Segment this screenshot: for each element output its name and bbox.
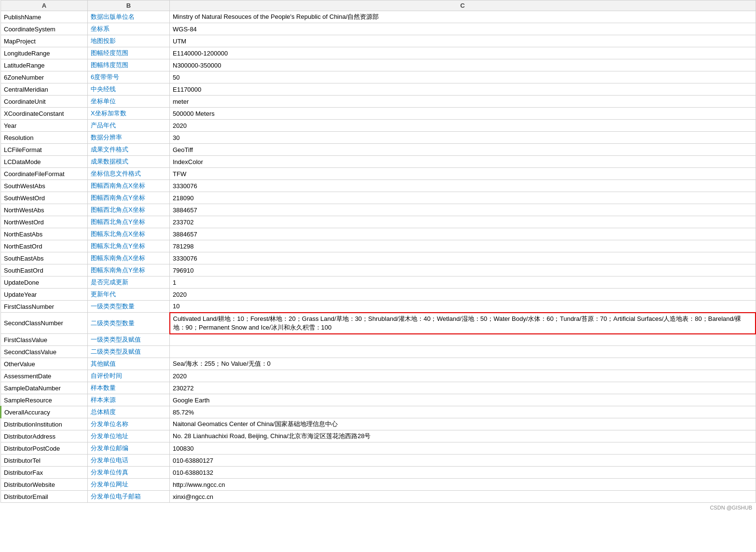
cell-chinese-label: 图幅东北角点X坐标: [88, 228, 170, 240]
cell-value: N300000-350000: [170, 59, 756, 71]
cell-value: 218090: [170, 192, 756, 204]
cell-field-name: CentralMeridian: [1, 83, 88, 96]
table-row: Resolution数据分辨率30: [1, 132, 756, 144]
cell-field-name: NorthWestAbs: [1, 204, 88, 216]
col-header-b: B: [88, 0, 170, 11]
cell-field-name: FirstClassNumber: [1, 301, 88, 313]
cell-value: 796910: [170, 264, 756, 276]
cell-chinese-label: 是否完成更新: [88, 276, 170, 289]
cell-value: [170, 334, 756, 346]
cell-value: 2020: [170, 370, 756, 382]
cell-field-name: SouthWestOrd: [1, 192, 88, 204]
watermark: CSDN @GISHUB: [0, 503, 756, 512]
cell-value: 781298: [170, 240, 756, 252]
cell-field-name: NorthWestOrd: [1, 216, 88, 228]
table-row: NorthWestOrd图幅西北角点Y坐标233702: [1, 216, 756, 228]
cell-value: 50: [170, 71, 756, 83]
table-row: Year产品年代2020: [1, 120, 756, 132]
cell-value: 2020: [170, 120, 756, 132]
cell-value: Cultivated Land/耕地：10；Forest/林地：20；Grass…: [170, 313, 756, 334]
table-row: CentralMeridian中央经线E1170000: [1, 83, 756, 96]
table-row: LCFileFormat成果文件格式GeoTiff: [1, 144, 756, 156]
cell-field-name: DistributorEmail: [1, 491, 88, 503]
table-row: LCDataMode成果数据模式IndexColor: [1, 156, 756, 168]
table-row: SampleDataNumber样本数量230272: [1, 382, 756, 394]
cell-value: E1170000: [170, 83, 756, 96]
table-row: DistributorAddress分发单位地址No. 28 Lianhuach…: [1, 430, 756, 442]
cell-value: 3884657: [170, 204, 756, 216]
table-row: CoordinateFileFormat坐标信息文件格式TFW: [1, 168, 756, 180]
cell-value: GeoTiff: [170, 144, 756, 156]
table-row: NorthEastOrd图幅东北角点Y坐标781298: [1, 240, 756, 252]
cell-chinese-label: 图幅西南角点Y坐标: [88, 192, 170, 204]
cell-field-name: MapProject: [1, 35, 88, 47]
cell-field-name: DistributorPostCode: [1, 442, 88, 455]
table-row: SouthWestOrd图幅西南角点Y坐标218090: [1, 192, 756, 204]
cell-field-name: CoordinateFileFormat: [1, 168, 88, 180]
cell-value: Naitonal Geomatics Center of China/国家基础地…: [170, 418, 756, 430]
spreadsheet-table: A B C PublishName数据出版单位名Minstry of Natur…: [0, 0, 756, 503]
cell-value: WGS-84: [170, 23, 756, 35]
cell-chinese-label: 成果文件格式: [88, 144, 170, 156]
cell-field-name: Year: [1, 120, 88, 132]
cell-chinese-label: 二级类类型数量: [88, 313, 170, 334]
cell-value: http://www.ngcc.cn: [170, 479, 756, 491]
cell-field-name: SouthWestAbs: [1, 180, 88, 192]
cell-chinese-label: 图幅东北角点Y坐标: [88, 240, 170, 252]
cell-value: Sea/海水：255；No Value/无值：0: [170, 358, 756, 370]
cell-field-name: PublishName: [1, 11, 88, 23]
table-row: AssessmentDate自评价时间2020: [1, 370, 756, 382]
cell-value: TFW: [170, 168, 756, 180]
cell-field-name: NorthEastOrd: [1, 240, 88, 252]
cell-field-name: DistributorWebsite: [1, 479, 88, 491]
cell-field-name: SouthEastOrd: [1, 264, 88, 276]
cell-field-name: NorthEastAbs: [1, 228, 88, 240]
cell-chinese-label: 图幅东南角点X坐标: [88, 252, 170, 264]
cell-value: Google Earth: [170, 394, 756, 406]
table-row: DistributorPostCode分发单位邮编100830: [1, 442, 756, 455]
cell-value: 1: [170, 276, 756, 289]
cell-field-name: SampleResource: [1, 394, 88, 406]
table-row: MapProject地图投影UTM: [1, 35, 756, 47]
cell-value: 30: [170, 132, 756, 144]
cell-chinese-label: 分发单位邮编: [88, 442, 170, 455]
cell-value: 010-63880127: [170, 455, 756, 467]
cell-chinese-label: 样本数量: [88, 382, 170, 394]
table-row: DistributorFax分发单位传真010-63880132: [1, 467, 756, 479]
cell-field-name: 6ZoneNumber: [1, 71, 88, 83]
table-row: SouthEastOrd图幅东南角点Y坐标796910: [1, 264, 756, 276]
cell-field-name: AssessmentDate: [1, 370, 88, 382]
cell-field-name: OtherValue: [1, 358, 88, 370]
cell-value: 10: [170, 301, 756, 313]
table-row: SampleResource样本来源Google Earth: [1, 394, 756, 406]
cell-field-name: LatitudeRange: [1, 59, 88, 71]
cell-chinese-label: 分发单位电子邮箱: [88, 491, 170, 503]
cell-chinese-label: 数据出版单位名: [88, 11, 170, 23]
table-row: PublishName数据出版单位名Minstry of Natural Res…: [1, 11, 756, 23]
cell-field-name: XCoordinateConstant: [1, 108, 88, 120]
cell-chinese-label: 图幅经度范围: [88, 47, 170, 59]
cell-value: 010-63880132: [170, 467, 756, 479]
cell-field-name: DistributorTel: [1, 455, 88, 467]
cell-field-name: CoordinateUnit: [1, 96, 88, 108]
cell-field-name: LCDataMode: [1, 156, 88, 168]
cell-chinese-label: 总体精度: [88, 406, 170, 418]
table-row: FirstClassNumber一级类类型数量10: [1, 301, 756, 313]
col-header-a: A: [1, 0, 88, 11]
cell-field-name: Resolution: [1, 132, 88, 144]
cell-field-name: OverallAccuracy: [1, 406, 88, 418]
cell-field-name: SouthEastAbs: [1, 252, 88, 264]
cell-chinese-label: 坐标系: [88, 23, 170, 35]
cell-field-name: DistributionInstitution: [1, 418, 88, 430]
cell-chinese-label: 分发单位地址: [88, 430, 170, 442]
cell-value: 233702: [170, 216, 756, 228]
cell-value: 3330076: [170, 180, 756, 192]
cell-chinese-label: 成果数据模式: [88, 156, 170, 168]
cell-value: 2020: [170, 289, 756, 301]
cell-field-name: DistributorAddress: [1, 430, 88, 442]
cell-field-name: SampleDataNumber: [1, 382, 88, 394]
cell-chinese-label: 分发单位网址: [88, 479, 170, 491]
cell-field-name: CoordinateSystem: [1, 23, 88, 35]
table-row: LatitudeRange图幅纬度范围N300000-350000: [1, 59, 756, 71]
cell-chinese-label: 坐标信息文件格式: [88, 168, 170, 180]
